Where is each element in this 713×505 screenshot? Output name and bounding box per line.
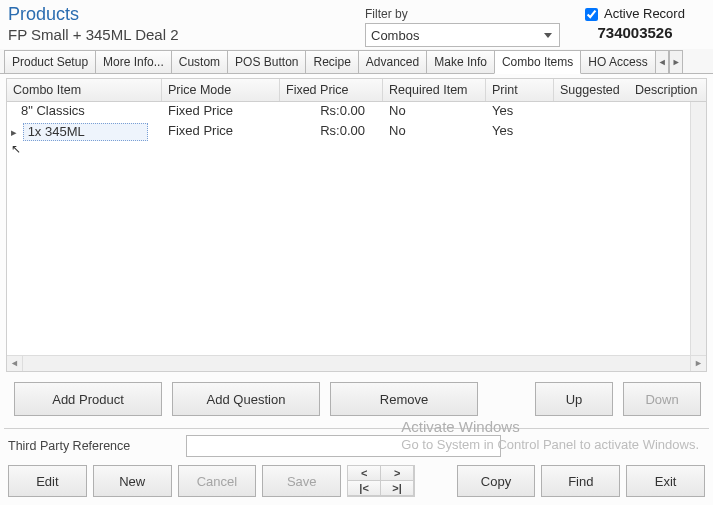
cell-mode[interactable]: Fixed Price: [162, 122, 280, 142]
grid-horizontal-scrollbar[interactable]: ◄ ►: [7, 355, 706, 371]
active-record-input[interactable]: [585, 8, 598, 21]
watermark-sub: Go to System in Control Panel to activat…: [401, 437, 699, 453]
cell-print[interactable]: Yes: [486, 102, 554, 122]
grid-header: Combo Item Price Mode Fixed Price Requir…: [7, 79, 706, 102]
watermark-title: Activate Windows: [401, 418, 699, 437]
hscroll-left-icon[interactable]: ◄: [7, 356, 23, 371]
header: Products FP Small + 345ML Deal 2 Filter …: [0, 0, 713, 49]
record-nav: < > |< >|: [347, 465, 415, 497]
table-row[interactable]: 8" Classics Fixed Price Rs:0.00 No Yes: [7, 102, 706, 122]
tab-scroll-left[interactable]: ◄: [655, 50, 669, 73]
tab-bar: Product Setup More Info... Custom POS Bu…: [0, 49, 713, 74]
tab-recipe[interactable]: Recipe: [305, 50, 358, 73]
new-button[interactable]: New: [93, 465, 172, 497]
cursor-icon: ↖: [11, 142, 21, 156]
save-button[interactable]: Save: [262, 465, 341, 497]
tab-make-info[interactable]: Make Info: [426, 50, 495, 73]
col-price-mode[interactable]: Price Mode: [162, 79, 280, 101]
activate-windows-watermark: Activate Windows Go to System in Control…: [401, 418, 699, 453]
add-product-button[interactable]: Add Product: [14, 382, 162, 416]
col-fixed-price[interactable]: Fixed Price: [280, 79, 383, 101]
add-question-button[interactable]: Add Question: [172, 382, 320, 416]
page-title: Products: [8, 4, 365, 25]
nav-last-button[interactable]: >|: [380, 480, 414, 496]
tab-ho-access[interactable]: HO Access: [580, 50, 655, 73]
cancel-button[interactable]: Cancel: [178, 465, 257, 497]
nav-next-button[interactable]: >: [380, 465, 414, 481]
bottom-toolbar: Edit New Cancel Save < > |< >| Copy Find…: [8, 465, 705, 497]
footer: Third Party Reference Activate Windows G…: [0, 429, 713, 505]
col-required-item[interactable]: Required Item: [383, 79, 486, 101]
cell-suggested[interactable]: [554, 122, 629, 142]
nav-prev-button[interactable]: <: [347, 465, 381, 481]
col-description[interactable]: Description: [629, 79, 706, 101]
tab-scroll-right[interactable]: ►: [669, 50, 683, 73]
hscroll-right-icon[interactable]: ►: [690, 356, 706, 371]
copy-button[interactable]: Copy: [457, 465, 536, 497]
col-combo-item[interactable]: Combo Item: [7, 79, 162, 101]
row-pointer-icon: ▸: [11, 126, 19, 139]
filter-by-value: Combos: [371, 28, 419, 43]
exit-button[interactable]: Exit: [626, 465, 705, 497]
product-name: FP Small + 345ML Deal 2: [8, 26, 365, 43]
cell-required[interactable]: No: [383, 102, 486, 122]
filter-by-select[interactable]: Combos: [365, 23, 560, 47]
cell-required[interactable]: No: [383, 122, 486, 142]
cell-print[interactable]: Yes: [486, 122, 554, 142]
cell-item[interactable]: 8" Classics: [7, 102, 162, 122]
filter-by-label: Filter by: [365, 7, 565, 21]
table-row[interactable]: ▸ 1x 345ML ↖ Fixed Price Rs:0.00 No Yes: [7, 122, 706, 142]
col-suggested[interactable]: Suggested: [554, 79, 629, 101]
cell-mode[interactable]: Fixed Price: [162, 102, 280, 122]
edit-button[interactable]: Edit: [8, 465, 87, 497]
record-number: 734003526: [565, 24, 705, 41]
down-button[interactable]: Down: [623, 382, 701, 416]
col-print[interactable]: Print: [486, 79, 554, 101]
tab-product-setup[interactable]: Product Setup: [4, 50, 96, 73]
nav-first-button[interactable]: |<: [347, 480, 381, 496]
cell-item[interactable]: ▸ 1x 345ML ↖: [7, 122, 162, 142]
cell-price[interactable]: Rs:0.00: [280, 122, 383, 142]
third-party-ref-label: Third Party Reference: [8, 439, 168, 453]
tab-advanced[interactable]: Advanced: [358, 50, 427, 73]
cell-item-edit[interactable]: 1x 345ML: [23, 123, 148, 141]
tab-combo-items[interactable]: Combo Items: [494, 50, 581, 74]
combo-items-grid: Combo Item Price Mode Fixed Price Requir…: [6, 78, 707, 372]
grid-body: 8" Classics Fixed Price Rs:0.00 No Yes ▸…: [7, 102, 706, 355]
up-button[interactable]: Up: [535, 382, 613, 416]
tab-custom[interactable]: Custom: [171, 50, 228, 73]
cell-price[interactable]: Rs:0.00: [280, 102, 383, 122]
active-record-checkbox[interactable]: Active Record: [585, 6, 685, 21]
grid-vertical-scrollbar[interactable]: [690, 102, 706, 355]
active-record-label: Active Record: [604, 6, 685, 21]
cell-suggested[interactable]: [554, 102, 629, 122]
tab-more-info[interactable]: More Info...: [95, 50, 172, 73]
tab-pos-button[interactable]: POS Button: [227, 50, 306, 73]
remove-button[interactable]: Remove: [330, 382, 478, 416]
find-button[interactable]: Find: [541, 465, 620, 497]
